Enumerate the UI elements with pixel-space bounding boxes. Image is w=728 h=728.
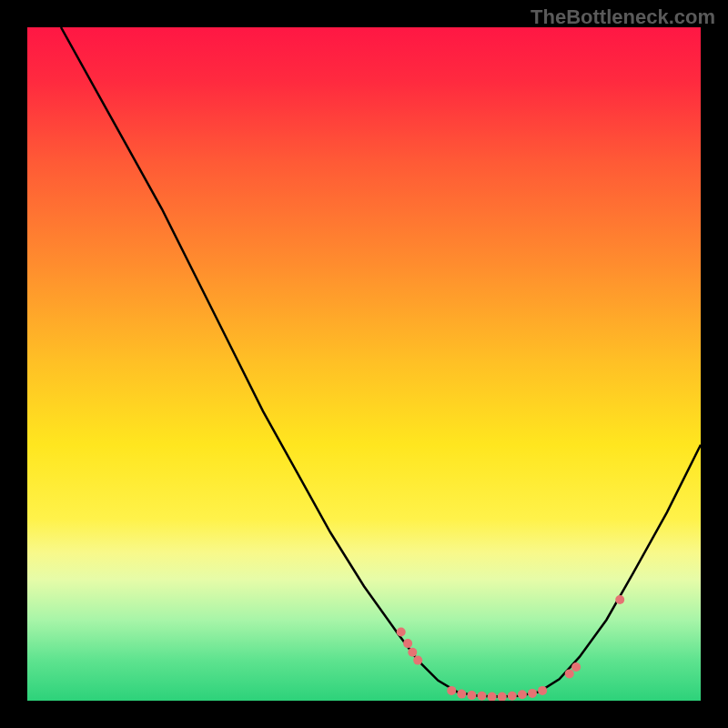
data-point	[518, 690, 527, 699]
data-point	[538, 686, 547, 695]
data-point	[571, 662, 581, 672]
data-point	[565, 669, 574, 678]
chart-background	[27, 27, 701, 701]
data-point	[457, 690, 466, 699]
data-point	[413, 656, 422, 665]
chart-plot-area	[27, 27, 701, 701]
data-point	[467, 691, 476, 700]
data-point	[528, 689, 537, 698]
chart-svg	[27, 27, 701, 701]
data-point	[478, 692, 487, 701]
data-point	[397, 628, 406, 637]
data-point	[508, 692, 517, 701]
data-point	[403, 639, 412, 648]
data-point	[615, 595, 624, 604]
watermark-text: TheBottleneck.com	[531, 5, 715, 29]
data-point	[447, 686, 456, 695]
data-point	[408, 648, 417, 657]
